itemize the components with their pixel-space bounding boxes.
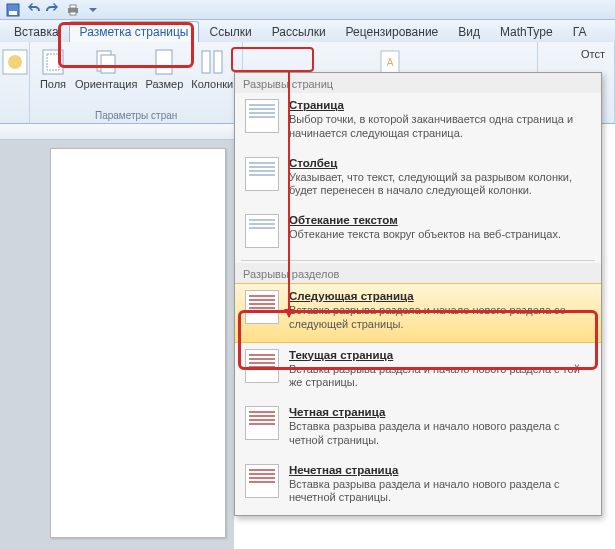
page-setup-group-label: Параметры стран [36,109,236,123]
text-wrap-break-icon [245,214,279,248]
odd-page-break-icon [245,464,279,498]
margins-button[interactable]: Поля [36,46,70,92]
tab-review[interactable]: Рецензирование [336,22,449,42]
horizontal-ruler[interactable] [0,124,234,140]
ribbon-group-themes [0,42,30,123]
break-item-odd-page[interactable]: Нечетная страница Вставка разрыва раздел… [235,458,601,516]
columns-icon [198,48,226,76]
break-item-page[interactable]: Страница Выбор точки, в которой заканчив… [235,93,601,151]
redo-icon[interactable] [46,3,60,17]
break-title: Страница [289,99,591,111]
margins-label: Поля [40,78,66,90]
break-title: Столбец [289,157,591,169]
svg-text:A: A [387,57,394,68]
orientation-label: Ориентация [75,78,137,90]
breaks-dropdown: Разрывы страниц Страница Выбор точки, в … [234,72,602,516]
svg-rect-11 [156,50,172,74]
themes-button[interactable] [0,46,32,78]
tab-insert[interactable]: Вставка [4,22,69,42]
dropdown-section-page-breaks: Разрывы страниц [235,73,601,93]
break-item-next-page[interactable]: Следующая страница Вставка разрыва разде… [235,283,601,343]
indent-label: Отст [581,48,605,60]
break-desc: Выбор точки, в которой заканчивается одн… [289,113,591,141]
size-button[interactable]: Размер [142,46,186,92]
break-desc: Вставка разрыва раздела и начало нового … [289,478,591,506]
tab-references[interactable]: Ссылки [199,22,261,42]
size-label: Размер [145,78,183,90]
quick-access-toolbar [0,0,615,20]
dropdown-separator [241,260,595,261]
tab-mailings[interactable]: Рассылки [262,22,336,42]
break-desc: Обтекание текста вокруг объектов на веб-… [289,228,591,242]
page[interactable] [50,148,226,538]
indent-button[interactable]: Отст [578,46,608,62]
svg-point-6 [8,55,22,69]
ribbon-group-page-setup: Поля Ориентация Размер Колонки Параметры… [30,42,243,123]
break-desc: Указывает, что текст, следующий за разры… [289,171,591,199]
svg-rect-3 [70,5,76,8]
group-label [6,109,23,123]
columns-label: Колонки [191,78,233,90]
undo-icon[interactable] [26,3,40,17]
margins-icon [39,48,67,76]
document-area [0,140,234,549]
break-title: Обтекание текстом [289,214,591,226]
save-icon[interactable] [6,3,20,17]
break-title: Следующая страница [289,290,591,302]
break-desc: Вставка разрыва раздела и начало нового … [289,363,591,391]
qat-dropdown-icon[interactable] [86,3,100,17]
size-icon [150,48,178,76]
ribbon-tabs: Вставка Разметка страницы Ссылки Рассылк… [0,20,615,42]
break-desc: Вставка разрыва раздела и начало нового … [289,304,591,332]
even-page-break-icon [245,406,279,440]
dropdown-section-section-breaks: Разрывы разделов [235,263,601,283]
break-title: Четная страница [289,406,591,418]
print-icon[interactable] [66,3,80,17]
svg-rect-13 [214,51,222,73]
columns-button[interactable]: Колонки [188,46,236,92]
svg-rect-12 [202,51,210,73]
break-item-text-wrap[interactable]: Обтекание текстом Обтекание текста вокру… [235,208,601,258]
page-break-icon [245,99,279,133]
break-title: Текущая страница [289,349,591,361]
break-desc: Вставка разрыва раздела и начало нового … [289,420,591,448]
break-item-even-page[interactable]: Четная страница Вставка разрыва раздела … [235,400,601,458]
tab-extra[interactable]: ГА [563,22,597,42]
tab-page-layout[interactable]: Разметка страницы [69,21,200,42]
orientation-button[interactable]: Ориентация [72,46,140,92]
tab-mathtype[interactable]: MathType [490,22,563,42]
break-item-continuous[interactable]: Текущая страница Вставка разрыва раздела… [235,343,601,401]
column-break-icon [245,157,279,191]
svg-rect-1 [9,11,17,15]
tab-view[interactable]: Вид [448,22,490,42]
continuous-break-icon [245,349,279,383]
svg-rect-4 [70,12,76,15]
orientation-icon [92,48,120,76]
next-page-break-icon [245,290,279,324]
break-item-column[interactable]: Столбец Указывает, что текст, следующий … [235,151,601,209]
break-title: Нечетная страница [289,464,591,476]
svg-rect-10 [101,55,115,73]
